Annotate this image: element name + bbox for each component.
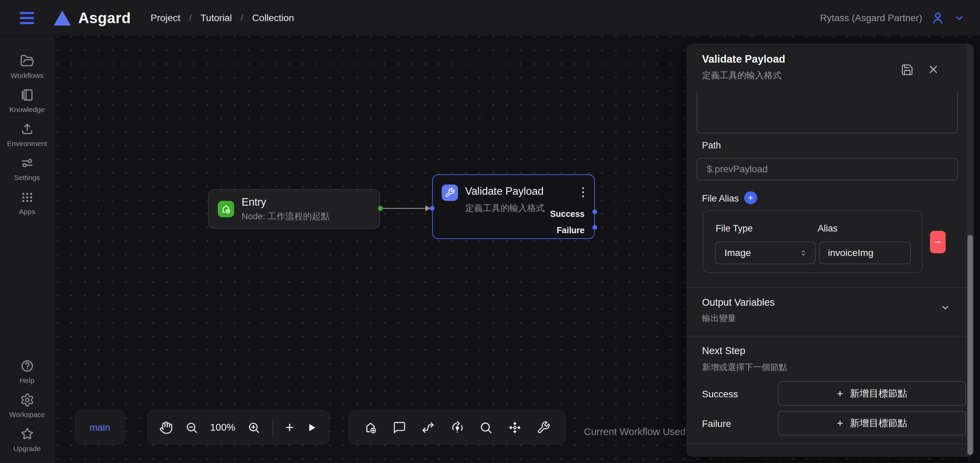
zoom-level: 100% xyxy=(210,422,235,433)
tools-button[interactable] xyxy=(537,421,550,434)
sidebar-item-apps[interactable]: Apps xyxy=(1,190,54,216)
zoom-out-button[interactable] xyxy=(185,421,198,434)
sidebar-item-help[interactable]: Help xyxy=(1,359,54,385)
file-alias-label: File Alias xyxy=(702,193,739,204)
breadcrumb: Project / Tutorial / Collection xyxy=(151,13,294,24)
output-variables-collapse-button[interactable] xyxy=(938,300,953,315)
panel-divider xyxy=(687,443,974,444)
schema-textarea[interactable] xyxy=(697,92,958,133)
home-plus-icon xyxy=(363,420,378,435)
rerun-suggestion-button[interactable] xyxy=(450,420,465,435)
pan-tool-button[interactable] xyxy=(159,421,173,434)
validate-node-subtitle: 定義工具的輸入格式 xyxy=(465,202,545,214)
chevron-down-icon xyxy=(953,12,965,24)
next-step-title: Next Step xyxy=(702,345,745,356)
sliders-icon xyxy=(20,156,34,170)
next-step-failure-label: Failure xyxy=(702,418,731,429)
hand-icon xyxy=(159,421,173,434)
folder-icon xyxy=(20,54,34,68)
breadcrumb-collection[interactable]: Collection xyxy=(252,13,294,24)
sidebar-item-knowledge[interactable]: Knowledge xyxy=(1,88,54,114)
node-validate-payload[interactable]: Validate Payload 定義工具的輸入格式 Success Failu… xyxy=(432,174,595,239)
add-file-alias-button[interactable]: + xyxy=(744,191,757,204)
entry-node-texts: Entry Node: 工作流程的起點 xyxy=(242,196,330,222)
plus-icon: + xyxy=(285,420,294,435)
sidebar-item-label: Upgrade xyxy=(13,445,41,453)
node-menu-button[interactable] xyxy=(581,186,585,198)
node-tools-toolbar xyxy=(348,410,566,445)
add-success-target-button[interactable]: + 新增目標節點 xyxy=(778,381,966,406)
add-entry-node-button[interactable] xyxy=(363,420,378,435)
breadcrumb-separator: / xyxy=(241,13,243,23)
hamburger-menu-button[interactable] xyxy=(19,11,35,25)
validate-success-handle[interactable] xyxy=(592,209,597,214)
plus-icon: + xyxy=(748,193,753,203)
alias-input-value: invoiceImg xyxy=(828,247,873,259)
node-config-panel: Validate Payload 定義工具的輸入格式 Path $.prevPa… xyxy=(687,44,974,457)
close-icon xyxy=(927,63,940,75)
chevron-down-icon xyxy=(940,302,951,313)
brand-logo-icon xyxy=(53,10,72,26)
sidebar-item-workflows[interactable]: Workflows xyxy=(1,54,54,80)
zoom-in-icon xyxy=(247,421,260,434)
home-plus-icon xyxy=(221,204,231,214)
kebab-dot xyxy=(582,195,584,197)
wrench-icon xyxy=(537,421,550,434)
validate-output-failure: Failure xyxy=(557,225,585,235)
save-icon xyxy=(901,63,914,76)
comment-button[interactable] xyxy=(393,421,406,434)
search-icon xyxy=(479,421,493,434)
panel-subtitle: 定義工具的輸入格式 xyxy=(702,69,782,81)
sidebar-item-upgrade[interactable]: Upgrade xyxy=(1,427,54,453)
save-button[interactable] xyxy=(899,62,915,78)
sidebar-item-settings[interactable]: Settings xyxy=(1,156,54,182)
workflow-usage-status: Current Workflow Used xyxy=(584,426,686,437)
apps-grid-icon xyxy=(20,190,34,204)
sidebar-item-environment[interactable]: Environment xyxy=(1,122,54,148)
plus-icon: + xyxy=(837,388,843,400)
panel-scrollbar-track xyxy=(967,44,974,456)
run-workflow-button[interactable] xyxy=(306,422,318,433)
sidebar-item-label: Apps xyxy=(19,208,35,216)
add-target-label: 新增目標節點 xyxy=(850,387,907,400)
auto-layout-button[interactable] xyxy=(508,420,522,435)
breadcrumb-separator: / xyxy=(189,13,192,23)
panel-scrollbar-thumb[interactable] xyxy=(967,235,973,455)
search-button[interactable] xyxy=(479,421,493,434)
entry-node-title: Entry xyxy=(242,196,330,208)
breadcrumb-project[interactable]: Project xyxy=(151,13,180,24)
alias-input[interactable]: invoiceImg xyxy=(819,242,911,264)
minus-icon: − xyxy=(935,236,941,249)
brand: Asgard xyxy=(53,10,131,27)
wrench-icon xyxy=(445,188,455,198)
comment-icon xyxy=(393,421,406,434)
validate-input-handle[interactable] xyxy=(430,206,434,211)
node-entry[interactable]: Entry Node: 工作流程的起點 xyxy=(208,189,380,229)
refresh-bulb-icon xyxy=(450,420,465,435)
file-type-select[interactable]: Image xyxy=(715,242,816,264)
account-name: Rytass (Asgard Partner) xyxy=(820,13,922,24)
branch-button[interactable]: main xyxy=(75,410,125,445)
path-input[interactable]: $.prevPayload xyxy=(697,158,958,180)
zoom-in-button[interactable] xyxy=(247,421,260,434)
user-icon xyxy=(930,11,945,26)
account-menu[interactable]: Rytass (Asgard Partner) xyxy=(820,11,980,26)
swap-arrows-icon xyxy=(421,420,435,435)
next-step-subtitle: 新增或選擇下一個節點 xyxy=(702,362,787,373)
entry-output-handle[interactable] xyxy=(378,206,383,211)
help-circle-icon xyxy=(20,359,34,373)
close-panel-button[interactable] xyxy=(926,62,941,77)
remove-file-alias-button[interactable]: − xyxy=(930,231,946,253)
branch-label: main xyxy=(89,422,110,433)
add-failure-target-button[interactable]: + 新增目標節點 xyxy=(778,411,966,436)
validate-failure-handle[interactable] xyxy=(592,225,597,230)
diamond-layout-icon xyxy=(508,420,522,435)
panel-divider xyxy=(687,336,974,336)
swap-connections-button[interactable] xyxy=(421,420,435,435)
add-target-label: 新增目標節點 xyxy=(850,417,907,429)
breadcrumb-tutorial[interactable]: Tutorial xyxy=(200,13,232,24)
plus-icon: + xyxy=(837,417,843,429)
add-button[interactable]: + xyxy=(285,420,294,435)
sidebar-item-workspace[interactable]: Workspace xyxy=(1,393,54,419)
select-chevrons-icon xyxy=(799,248,808,258)
